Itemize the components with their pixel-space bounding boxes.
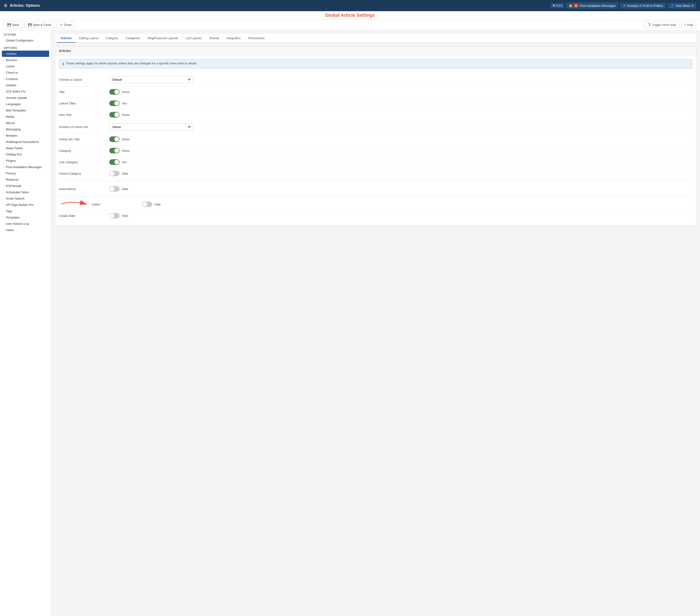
category-toggle[interactable] — [109, 148, 120, 153]
sidebar-item-tags[interactable]: ›Tags — [0, 208, 51, 214]
sidebar-item-osmap-pro[interactable]: ›OSMap Pro — [0, 151, 51, 158]
article-info-title-toggle[interactable] — [109, 136, 120, 142]
parent-category-toggle-label: Hide — [122, 172, 128, 175]
sidebar-item-mail-templates[interactable]: ›Mail Templates — [0, 107, 51, 113]
sidebar-item-label: News Feeds — [6, 146, 23, 150]
associations-toggle[interactable] — [109, 186, 120, 192]
sidebar-item-smart-search[interactable]: ›Smart Search — [0, 195, 51, 202]
associations-control: Hide — [109, 186, 692, 192]
sidebar-item-label: Redirects — [6, 178, 18, 181]
sidebar-item-scheduled-tasks[interactable]: ›Scheduled Tasks — [0, 189, 51, 195]
toolbar-left: 💾 Save 💾 Save & Close ✕ Close — [4, 22, 75, 28]
tab-permissions[interactable]: Permissions — [245, 34, 268, 43]
layout-select[interactable]: Default Blog Featured — [109, 76, 193, 83]
sidebar-item-post-installation-messages[interactable]: ›Post-installation Messages — [0, 164, 51, 170]
parent-category-toggle[interactable] — [109, 171, 120, 176]
sidebar-item-label: Users — [6, 228, 14, 232]
sidebar-item-banners[interactable]: ›Banners — [0, 57, 51, 63]
chevron-right-icon: › — [4, 159, 4, 162]
author-label: Author — [91, 202, 138, 206]
sidebar-item-label: Joomla! Update — [6, 96, 27, 100]
link-category-toggle[interactable] — [109, 159, 120, 165]
sidebar-item-media[interactable]: ›Media — [0, 113, 51, 120]
create-date-control: Hide — [109, 213, 692, 219]
sidebar-item-user-actions-log[interactable]: ›User Actions Log — [0, 221, 51, 227]
tab-blog-featured-layouts[interactable]: Blog/Featured Layouts — [144, 34, 182, 43]
page-heading: Global Article Settings — [0, 11, 700, 20]
sidebar-item-label: JCE Editor Pro — [6, 90, 26, 93]
topbar-left: ⚙ Articles: Options — [4, 3, 40, 8]
sidebar-item-privacy[interactable]: ›Privacy — [0, 170, 51, 176]
sidebar-item-news-feeds[interactable]: ›News Feeds — [0, 145, 51, 151]
save-close-button[interactable]: 💾 Save & Close — [24, 22, 55, 28]
page-title: Global Article Settings — [325, 13, 375, 18]
chevron-right-icon: › — [4, 197, 4, 200]
title-toggle[interactable] — [109, 89, 120, 95]
sidebar-item-label: Languages — [6, 102, 21, 106]
sidebar-item-cache[interactable]: ›Cache — [0, 63, 51, 70]
chevron-right-icon: › — [4, 191, 4, 194]
save-close-icon: 💾 — [28, 23, 32, 27]
position-select[interactable]: Above Below Split — [109, 123, 193, 131]
toggle-inline-help-button[interactable]: ❓ Toggle Inline Help — [644, 22, 679, 28]
sidebar-item-articles[interactable]: ›Articles — [2, 51, 49, 57]
sidebar-item-installer[interactable]: ›Installer — [0, 82, 51, 88]
sidebar-item-jce-editor-pro[interactable]: ›JCE Editor Pro — [0, 88, 51, 95]
layout-label: Choose a Layout — [59, 78, 105, 82]
tab-integration[interactable]: Integration — [223, 34, 245, 43]
user-menu-button[interactable]: 👤 User Menu ▾ — [667, 3, 696, 9]
intro-text-toggle[interactable] — [109, 112, 120, 118]
form-row-author: Author Hide — [59, 199, 692, 210]
intro-text-label: Intro Text — [59, 113, 105, 116]
sidebar-item-label: Media — [6, 115, 14, 119]
tab-articles[interactable]: Articles — [57, 34, 75, 43]
sidebar-item-multilingual-associations[interactable]: ›Multilingual Associations — [0, 139, 51, 145]
sidebar-item-check-in[interactable]: ›Check-in — [0, 70, 51, 76]
sidebar-item-label: Menus — [6, 121, 15, 125]
linked-titles-toggle-label: Yes — [122, 102, 127, 105]
author-toggle[interactable] — [142, 201, 152, 207]
info-icon: ℹ — [62, 62, 64, 66]
sidebar-item-label: SP Page Builder Pro — [6, 203, 34, 207]
create-date-label: Create Date — [59, 214, 105, 218]
notifications-badge: 2 — [574, 3, 578, 8]
sidebar-item-redirects[interactable]: ›Redirects — [0, 176, 51, 183]
sidebar-item-sp-page-builder-pro[interactable]: ›SP Page Builder Pro — [0, 202, 51, 208]
toolbar: 💾 Save 💾 Save & Close ✕ Close ❓ Toggle I… — [0, 20, 700, 30]
form-row-title: Title Show — [59, 86, 692, 98]
notifications-button[interactable]: 🔔 2 Post Installation Messages — [566, 2, 618, 9]
sidebar-item-plugins[interactable]: ›Plugins — [0, 158, 51, 164]
form-row-position: Position of Article Info Above Below Spl… — [59, 121, 692, 134]
sidebar-item-rsfirewall[interactable]: ›RSFirewall! — [0, 183, 51, 189]
close-button[interactable]: ✕ Close — [57, 22, 75, 28]
tab-list-layouts[interactable]: List Layouts — [182, 34, 205, 43]
sidebar-item-menus[interactable]: ›Menus — [0, 120, 51, 126]
form-row-create-date: Create Date Hide — [59, 210, 692, 221]
form-row-link-category: Link Category Yes — [59, 157, 692, 168]
sidebar-item-languages[interactable]: ›Languages — [0, 101, 51, 107]
help-button[interactable]: ? Help — [681, 22, 696, 28]
sidebar-item-label: Contacts — [6, 77, 18, 81]
tab-category[interactable]: Category — [102, 34, 122, 43]
sidebar-item-messaging[interactable]: ›Messaging — [0, 126, 51, 133]
article-link-button[interactable]: ↗ Scooby's A Truth in Politics — [620, 3, 666, 9]
sidebar-item-templates[interactable]: ›Templates — [0, 214, 51, 221]
sidebar-item-global-config[interactable]: › Global Configuration — [0, 37, 51, 44]
save-button[interactable]: 💾 Save — [4, 22, 23, 28]
linked-titles-toggle[interactable] — [109, 100, 120, 106]
sidebar-item-contacts[interactable]: ›Contacts — [0, 76, 51, 82]
save-icon: 💾 — [7, 23, 11, 27]
sidebar-item-modules[interactable]: ›Modules — [0, 133, 51, 139]
sidebar-item-users[interactable]: ›Users — [0, 227, 51, 233]
sidebar-item-joomla-update[interactable]: ›Joomla! Update — [0, 95, 51, 101]
user-icon: 👤 — [671, 4, 674, 8]
tab-categories[interactable]: Categories — [122, 34, 144, 43]
create-date-toggle[interactable] — [109, 213, 120, 219]
chevron-right-icon: › — [4, 210, 4, 212]
sidebar-item-label: Check-in — [6, 71, 18, 74]
tab-editing-layout[interactable]: Editing Layout — [75, 34, 102, 43]
chevron-right-icon: › — [4, 185, 4, 187]
tab-shared[interactable]: Shared — [205, 34, 223, 43]
chevron-right-icon: › — [4, 39, 4, 42]
intro-text-toggle-label: Show — [122, 113, 129, 116]
